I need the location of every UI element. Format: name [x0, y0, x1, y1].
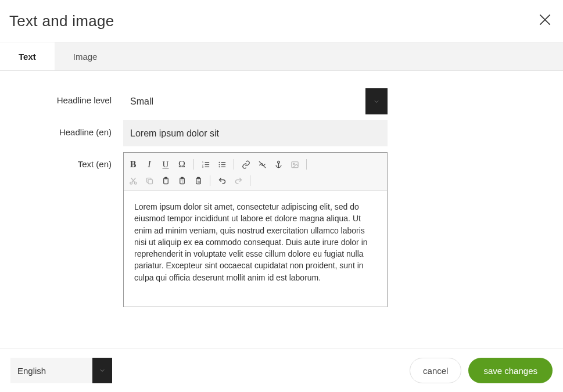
headline-level-value[interactable]: Small	[123, 88, 365, 114]
underline-button[interactable]: U	[159, 157, 173, 171]
italic-button[interactable]: I	[142, 157, 156, 171]
svg-line-21	[132, 178, 135, 182]
dialog-header: Text and image	[0, 0, 563, 42]
toolbar-separator	[250, 175, 250, 186]
svg-text:3: 3	[202, 165, 203, 168]
toolbar-separator	[193, 159, 194, 170]
svg-point-18	[293, 163, 295, 165]
toolbar-separator	[234, 159, 234, 170]
headline-level-select[interactable]: Small	[123, 88, 388, 114]
anchor-icon	[274, 160, 283, 169]
headline-level-label: Headline level	[9, 88, 123, 105]
paste-text-button[interactable]: T	[175, 174, 189, 188]
image-button	[288, 157, 302, 171]
toolbar-separator	[210, 175, 210, 186]
rte-textarea[interactable]: Lorem ipsum dolor sit amet, consectetur …	[124, 190, 387, 307]
link-button[interactable]	[239, 157, 253, 171]
unordered-list-icon	[218, 160, 227, 169]
cut-icon	[129, 177, 138, 185]
paste-text-icon: T	[178, 177, 187, 185]
svg-text:T: T	[181, 179, 183, 183]
chevron-down-icon	[99, 367, 106, 374]
cut-button	[126, 174, 140, 188]
close-icon	[537, 12, 553, 27]
save-button[interactable]: save changes	[468, 358, 553, 383]
svg-point-11	[218, 161, 220, 163]
paste-word-button[interactable]: W	[191, 174, 205, 188]
headline-label: Headline (en)	[9, 120, 123, 137]
image-icon	[291, 160, 299, 169]
tab-text[interactable]: Text	[0, 42, 55, 70]
rte-toolbar: B I U Ω 1 2 3	[124, 153, 387, 190]
dialog-footer: English cancel save changes	[0, 348, 563, 392]
language-select[interactable]: English	[10, 358, 112, 383]
paste-button[interactable]	[159, 174, 173, 188]
footer-actions: cancel save changes	[410, 358, 553, 383]
close-button[interactable]	[537, 12, 553, 30]
ordered-list-button[interactable]: 1 2 3	[199, 157, 213, 171]
cancel-button[interactable]: cancel	[410, 358, 461, 383]
link-icon	[242, 160, 250, 169]
redo-icon	[234, 177, 243, 185]
unlink-icon	[258, 160, 267, 169]
ordered-list-icon: 1 2 3	[202, 160, 210, 169]
tab-bar: Text Image	[0, 42, 563, 71]
svg-text:W: W	[197, 179, 200, 183]
tab-image[interactable]: Image	[55, 42, 116, 70]
unordered-list-button[interactable]	[215, 157, 229, 171]
svg-point-13	[218, 166, 220, 167]
svg-rect-23	[148, 179, 153, 184]
chevron-down-icon	[373, 98, 380, 105]
rich-text-editor: B I U Ω 1 2 3	[123, 152, 388, 307]
svg-line-22	[131, 178, 134, 182]
field-headline-level: Headline level Small	[9, 88, 554, 114]
undo-button[interactable]	[215, 174, 229, 188]
paste-icon	[162, 177, 170, 185]
svg-point-12	[218, 164, 220, 165]
undo-icon	[218, 177, 227, 185]
field-text: Text (en) B I U Ω 1 2	[9, 152, 554, 307]
text-label: Text (en)	[9, 152, 123, 169]
copy-button	[142, 174, 156, 188]
anchor-button[interactable]	[271, 157, 285, 171]
language-dropdown-button[interactable]	[92, 358, 112, 383]
paste-word-icon: W	[194, 177, 203, 185]
bold-button[interactable]: B	[126, 157, 140, 171]
toolbar-separator	[306, 159, 307, 170]
dialog-title: Text and image	[9, 12, 114, 30]
headline-input[interactable]	[123, 120, 388, 146]
redo-button	[231, 174, 245, 188]
headline-level-dropdown-button[interactable]	[365, 88, 388, 114]
special-char-button[interactable]: Ω	[175, 157, 189, 171]
copy-icon	[145, 177, 154, 185]
unlink-button[interactable]	[255, 157, 269, 171]
content-area: Headline level Small Headline (en) Text …	[0, 71, 563, 348]
language-value[interactable]: English	[10, 358, 92, 383]
field-headline: Headline (en)	[9, 120, 554, 146]
svg-point-15	[277, 161, 279, 163]
